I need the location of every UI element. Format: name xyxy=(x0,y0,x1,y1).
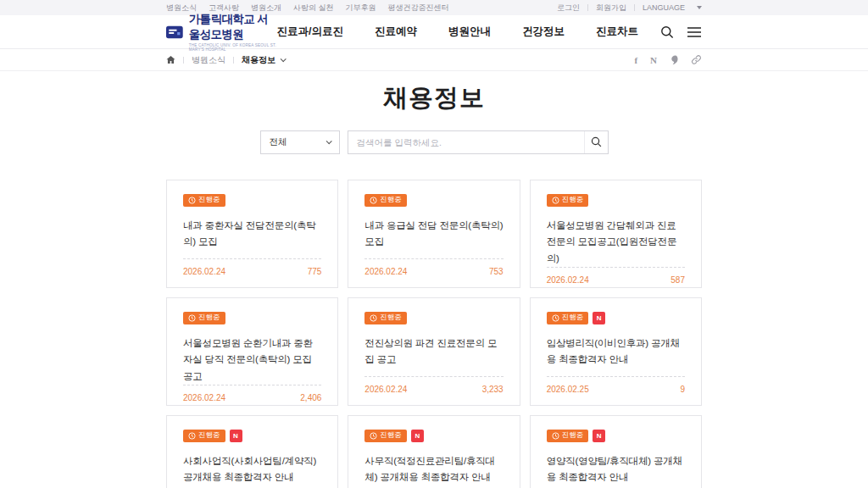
job-card[interactable]: 진행중 서울성모병원 간담췌외과 진료전문의 모집공고(입원전담전문의) 202… xyxy=(530,180,702,288)
job-card[interactable]: 진행중 N 임상병리직(이비인후과) 공개채용 최종합격자 안내 2026.02… xyxy=(530,297,702,406)
filter-selected-value: 전체 xyxy=(270,136,287,148)
nav-hospital-guide[interactable]: 병원안내 xyxy=(448,25,491,39)
status-badge: 진행중 xyxy=(364,312,407,324)
job-card[interactable]: 진행중 N 사회사업직(사회사업팀/계약직) 공개채용 최종합격자 안내 xyxy=(166,415,338,488)
divider xyxy=(587,4,588,11)
job-card-views: 2,406 xyxy=(300,393,321,402)
search-icon xyxy=(591,136,602,147)
job-card-views: 587 xyxy=(670,275,685,285)
job-card[interactable]: 진행중 내과 중환자실 전담전문의(촉탁의) 모집 2026.02.24 775 xyxy=(166,180,338,288)
nav-appointment[interactable]: 진료예약 xyxy=(375,25,417,39)
new-badge: N xyxy=(230,430,242,442)
job-card[interactable]: 진행중 내과 응급실 전담 전문의(촉탁의) 모집 2026.02.24 753 xyxy=(348,180,520,288)
divider xyxy=(233,57,234,64)
job-card-date: 2026.02.24 xyxy=(183,267,225,276)
status-badge: 진행중 xyxy=(547,194,589,207)
clock-icon xyxy=(188,432,196,440)
page-title: 채용정보 xyxy=(0,83,868,113)
language-selector[interactable]: LANGUAGE xyxy=(643,3,702,12)
status-badge: 진행중 xyxy=(547,430,589,442)
utility-bar: 병원소식 고객사랑 병원소개 사랑의 실천 기부후원 평생건강증진센터 로그인 … xyxy=(0,0,868,15)
job-card-views: 775 xyxy=(308,267,322,276)
clock-icon xyxy=(188,197,196,204)
job-card-views: 9 xyxy=(680,385,685,394)
job-card[interactable]: 진행중 N 영양직(영양팀/휴직대체) 공개채용 최종합격자 안내 xyxy=(530,415,702,488)
status-badge: 진행중 xyxy=(183,312,225,324)
clock-icon xyxy=(188,314,196,322)
hospital-logo[interactable]: 가톨릭대학교 서울성모병원 THE CATHOLIC UNIV. OF KORE… xyxy=(166,12,277,52)
kakaostory-share-icon[interactable] xyxy=(670,55,678,65)
job-card-title: 사회사업직(사회사업팀/계약직) 공개채용 최종합격자 안내 xyxy=(183,453,321,486)
board-search: 전체 xyxy=(0,130,868,154)
job-card-grid: 진행중 내과 중환자실 전담전문의(촉탁의) 모집 2026.02.24 775… xyxy=(166,180,702,488)
chevron-down-icon xyxy=(281,56,287,62)
utility-link-health-center[interactable]: 평생건강증진센터 xyxy=(388,3,449,14)
status-badge: 진행중 xyxy=(183,194,225,207)
home-icon[interactable] xyxy=(166,55,175,64)
language-label: LANGUAGE xyxy=(643,3,685,12)
divider xyxy=(634,4,635,11)
job-card-title: 사무직(적정진료관리팀/휴직대체) 공개채용 최종합격자 안내 xyxy=(364,453,503,486)
job-card-date: 2026.02.24 xyxy=(364,267,407,276)
main-nav: 진료과/의료진 진료예약 병원안내 건강정보 진료차트 xyxy=(277,25,638,39)
clock-icon xyxy=(370,314,377,322)
utility-link-love-in-action[interactable]: 사랑의 실천 xyxy=(293,3,334,14)
facebook-share-icon[interactable]: f xyxy=(634,55,637,65)
job-card-title: 내과 중환자실 전담전문의(촉탁의) 모집 xyxy=(183,218,321,251)
breadcrumb: 병원소식 채용정보 xyxy=(166,54,285,66)
status-badge: 진행중 xyxy=(364,194,407,207)
job-card-date: 2026.02.24 xyxy=(183,393,225,402)
breadcrumb-current-dropdown[interactable]: 채용정보 xyxy=(242,54,285,66)
clock-icon xyxy=(370,432,377,440)
nav-medical-chart[interactable]: 진료차트 xyxy=(596,25,638,39)
status-badge: 진행중 xyxy=(364,430,407,442)
status-badge: 진행중 xyxy=(183,430,225,442)
logo-title: 가톨릭대학교 서울성모병원 xyxy=(189,12,277,42)
search-icon[interactable] xyxy=(660,25,674,39)
job-card-date: 2026.02.25 xyxy=(547,385,589,394)
job-card-views: 753 xyxy=(489,267,504,276)
caret-down-icon xyxy=(697,6,702,9)
job-card[interactable]: 진행중 서울성모병원 순환기내과 중환자실 당직 전문의(촉탁의) 모집 공고 … xyxy=(166,297,338,406)
clock-icon xyxy=(552,314,559,322)
job-card-title: 서울성모병원 간담췌외과 진료전문의 모집공고(입원전담전문의) xyxy=(547,218,685,268)
logo-subtitle: THE CATHOLIC UNIV. OF KOREA SEOUL ST. MA… xyxy=(189,43,277,52)
utility-link-donation[interactable]: 기부후원 xyxy=(346,3,376,14)
search-box xyxy=(348,130,609,154)
hamburger-menu-icon[interactable] xyxy=(687,26,702,38)
nav-health-info[interactable]: 건강정보 xyxy=(522,25,565,39)
breadcrumb-current-label: 채용정보 xyxy=(242,54,275,66)
filter-select[interactable]: 전체 xyxy=(260,130,340,154)
clock-icon xyxy=(552,432,559,440)
logo-mark-icon xyxy=(166,23,183,42)
signup-link[interactable]: 회원가입 xyxy=(596,3,626,14)
job-card-title: 내과 응급실 전담 전문의(촉탁의) 모집 xyxy=(364,218,503,251)
search-input[interactable] xyxy=(348,131,584,153)
header: 가톨릭대학교 서울성모병원 THE CATHOLIC UNIV. OF KORE… xyxy=(0,15,868,49)
clock-icon xyxy=(552,197,559,204)
share-icons: f N xyxy=(634,54,702,65)
divider xyxy=(183,57,184,64)
clock-icon xyxy=(370,197,377,204)
breadcrumb-hospital-news[interactable]: 병원소식 xyxy=(192,54,225,66)
job-card-date: 2026.02.24 xyxy=(547,275,589,285)
status-badge: 진행중 xyxy=(547,312,589,324)
job-card-title: 전진상의원 파견 진료전문의 모집 공고 xyxy=(364,336,503,369)
breadcrumb-bar: 병원소식 채용정보 f N xyxy=(0,49,868,71)
job-card-title: 영양직(영양팀/휴직대체) 공개채용 최종합격자 안내 xyxy=(547,453,685,486)
new-badge: N xyxy=(593,430,605,442)
job-card-title: 서울성모병원 순환기내과 중환자실 당직 전문의(촉탁의) 모집 공고 xyxy=(183,336,321,385)
chevron-down-icon xyxy=(326,139,331,145)
job-card-date: 2026.02.24 xyxy=(364,385,407,394)
login-link[interactable]: 로그인 xyxy=(557,3,580,14)
naver-share-icon[interactable]: N xyxy=(650,55,657,65)
job-card[interactable]: 진행중 N 사무직(적정진료관리팀/휴직대체) 공개채용 최종합격자 안내 xyxy=(348,415,520,488)
copy-link-icon[interactable] xyxy=(691,54,702,65)
nav-departments-doctors[interactable]: 진료과/의료진 xyxy=(277,25,343,39)
job-card-title: 임상병리직(이비인후과) 공개채용 최종합격자 안내 xyxy=(547,336,685,369)
search-submit-button[interactable] xyxy=(584,131,608,153)
new-badge: N xyxy=(593,312,605,324)
job-card[interactable]: 진행중 전진상의원 파견 진료전문의 모집 공고 2026.02.24 3,23… xyxy=(348,297,520,406)
new-badge: N xyxy=(411,430,424,442)
job-card-views: 3,233 xyxy=(482,385,504,394)
